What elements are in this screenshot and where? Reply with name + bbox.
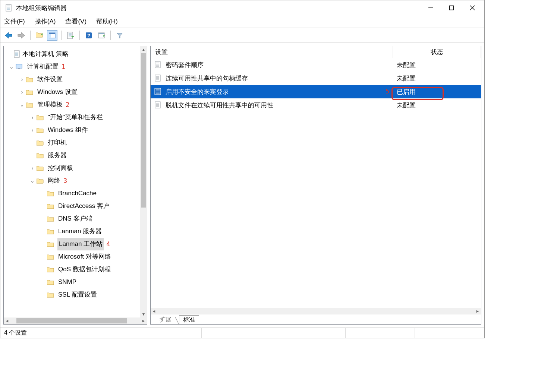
setting-state: 已启用 xyxy=(397,88,416,95)
separator xyxy=(30,31,31,40)
properties-button[interactable] xyxy=(96,30,107,41)
status-cell xyxy=(346,328,415,338)
folder-icon xyxy=(47,266,54,272)
expander-icon[interactable]: › xyxy=(19,73,25,86)
tree-vscrollbar[interactable]: ▲ ▼ xyxy=(140,46,147,317)
menubar: 文件(F) 操作(A) 查看(V) 帮助(H) xyxy=(0,15,484,28)
expander-icon[interactable]: › xyxy=(29,162,36,174)
tree-computer-config[interactable]: ⌄ 计算机配置 1 xyxy=(5,60,147,73)
tree-hscrollbar[interactable]: ◄ ► xyxy=(4,317,147,324)
close-button[interactable] xyxy=(462,1,483,15)
tree-label: 计算机配置 xyxy=(26,60,59,73)
tree-snmp[interactable]: SNMP xyxy=(5,276,147,288)
tree-label: 本地计算机 策略 xyxy=(22,48,69,60)
tab-extended[interactable]: 扩展 xyxy=(156,315,175,324)
policy-icon xyxy=(13,50,21,58)
toolbar: ? xyxy=(0,28,484,43)
maximize-button[interactable] xyxy=(441,1,462,15)
scroll-right-icon[interactable]: ► xyxy=(140,317,147,324)
body: 本地计算机 策略 ⌄ 计算机配置 1 › 软件设置 › xyxy=(0,43,484,328)
tree-windows-components[interactable]: › Windows 组件 xyxy=(5,124,147,136)
expander-icon[interactable]: ⌄ xyxy=(19,98,25,111)
scroll-thumb[interactable] xyxy=(16,318,127,323)
policy-tree[interactable]: 本地计算机 策略 ⌄ 计算机配置 1 › 软件设置 › xyxy=(4,46,147,303)
list-header: 设置 状态 xyxy=(151,46,481,58)
separator xyxy=(61,31,62,40)
expander-icon[interactable]: › xyxy=(29,111,36,124)
tree-ms-p2p[interactable]: Microsoft 对等网络 xyxy=(5,250,147,263)
tree-servers[interactable]: 服务器 xyxy=(5,149,147,162)
filter-button[interactable] xyxy=(114,30,125,41)
scroll-track[interactable] xyxy=(140,53,147,311)
setting-icon xyxy=(154,101,162,109)
scroll-left-icon[interactable]: ◄ xyxy=(4,317,10,324)
window-controls xyxy=(420,1,483,15)
tree-printers[interactable]: 打印机 xyxy=(5,136,147,149)
tree-start-menu[interactable]: › "开始"菜单和任务栏 xyxy=(5,111,147,124)
expander-icon[interactable]: ⌄ xyxy=(29,174,36,187)
scroll-track[interactable] xyxy=(10,317,140,324)
tree-ssl[interactable]: SSL 配置设置 xyxy=(5,288,147,301)
folder-icon xyxy=(47,254,54,260)
setting-icon xyxy=(154,75,162,82)
folder-icon xyxy=(26,89,34,95)
forward-button[interactable] xyxy=(16,30,26,41)
list-row[interactable]: 连续可用性共享中的句柄缓存 未配置 xyxy=(151,72,481,85)
scroll-up-icon[interactable]: ▲ xyxy=(140,46,147,53)
minimize-button[interactable] xyxy=(420,1,441,15)
export-list-button[interactable] xyxy=(65,30,76,41)
folder-icon xyxy=(47,292,54,298)
scroll-right-icon[interactable]: ► xyxy=(474,308,481,314)
setting-icon xyxy=(154,88,162,95)
tab-line xyxy=(199,324,481,324)
tree-directaccess[interactable]: DirectAccess 客户 xyxy=(5,200,147,212)
tree-control-panel[interactable]: › 控制面板 xyxy=(5,162,147,174)
scroll-left-icon[interactable]: ◄ xyxy=(151,308,157,314)
show-hide-tree-button[interactable] xyxy=(47,30,57,41)
tree-windows-settings[interactable]: › Windows 设置 xyxy=(5,86,147,98)
tree-software-settings[interactable]: › 软件设置 xyxy=(5,73,147,86)
up-button[interactable] xyxy=(34,30,45,41)
column-state[interactable]: 状态 xyxy=(393,46,481,58)
scroll-down-icon[interactable]: ▼ xyxy=(140,311,147,317)
tree-dns-client[interactable]: DNS 客户端 xyxy=(5,212,147,225)
titlebar: 本地组策略编辑器 xyxy=(0,0,484,15)
tree-root[interactable]: 本地计算机 策略 xyxy=(5,48,147,60)
tree-label: BranchCache xyxy=(57,187,97,200)
back-button[interactable] xyxy=(3,30,14,41)
tab-divider: ╲ xyxy=(175,317,179,324)
list-row[interactable]: 密码套件顺序 未配置 xyxy=(151,58,481,72)
list-hscrollbar[interactable]: ◄ ► xyxy=(151,308,481,314)
tree-label: 打印机 xyxy=(47,136,67,149)
tree-label: Lanman 工作站 xyxy=(57,238,104,250)
expander-icon[interactable]: › xyxy=(29,124,36,136)
tree-admin-templates[interactable]: ⌄ 管理模板 2 xyxy=(5,98,147,111)
list-row-selected[interactable]: 启用不安全的来宾登录 5 已启用 xyxy=(151,85,481,98)
scroll-track[interactable] xyxy=(157,308,474,314)
tree-network[interactable]: ⌄ 网络 3 xyxy=(5,174,147,187)
expander-icon[interactable]: › xyxy=(19,86,25,98)
expander-icon[interactable]: ⌄ xyxy=(8,60,15,73)
tree-label: Windows 组件 xyxy=(47,124,89,136)
folder-icon xyxy=(37,127,44,133)
tree-branchcache[interactable]: BranchCache xyxy=(5,187,147,200)
tree-qos[interactable]: QoS 数据包计划程 xyxy=(5,263,147,276)
list-row[interactable]: 脱机文件在连续可用性共享中的可用性 未配置 xyxy=(151,98,481,112)
annotation-2: 2 xyxy=(66,98,69,111)
tab-standard[interactable]: 标准 xyxy=(179,315,199,324)
scroll-thumb[interactable] xyxy=(141,53,146,208)
menu-action[interactable]: 操作(A) xyxy=(35,17,56,26)
menu-help[interactable]: 帮助(H) xyxy=(96,17,118,26)
menu-view[interactable]: 查看(V) xyxy=(65,17,86,26)
separator xyxy=(79,31,80,40)
folder-icon xyxy=(37,140,44,146)
help-button[interactable]: ? xyxy=(84,30,94,41)
folder-icon xyxy=(47,216,54,222)
settings-list[interactable]: 密码套件顺序 未配置 连续可用性共享中的句柄缓存 未配置 启用不安全的来宾登录 … xyxy=(151,58,481,308)
column-setting[interactable]: 设置 xyxy=(151,46,393,58)
folder-icon xyxy=(37,114,44,120)
tree-label: DirectAccess 客户 xyxy=(57,200,110,212)
tree-lanman-server[interactable]: Lanman 服务器 xyxy=(5,225,147,238)
menu-file[interactable]: 文件(F) xyxy=(4,17,25,26)
tree-lanman-workstation[interactable]: Lanman 工作站 4 xyxy=(5,238,147,250)
